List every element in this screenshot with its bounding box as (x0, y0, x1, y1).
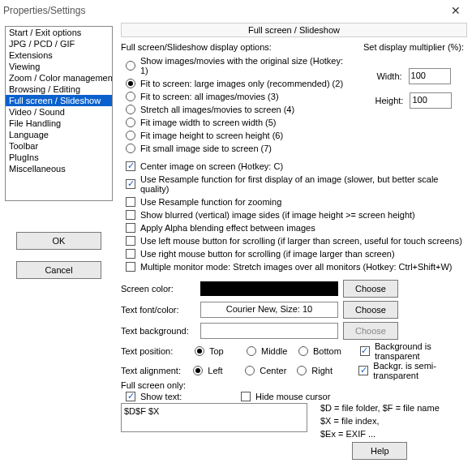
radio-fit-height[interactable] (126, 131, 135, 140)
check-bg-semi[interactable] (358, 366, 368, 375)
width-label: Width: (376, 71, 401, 81)
radio-pos-middle[interactable] (247, 346, 256, 356)
text-bg-swatch (200, 323, 338, 339)
display-options-label: Full screen/Slideshow display options: (121, 42, 352, 52)
radio-pos-bottom[interactable] (298, 346, 308, 356)
choose-screen-color-button[interactable]: Choose (343, 280, 398, 298)
page-title: Full screen / Slideshow (121, 23, 467, 37)
radio-align-left[interactable] (193, 366, 203, 375)
radio-fit-large[interactable] (126, 79, 135, 88)
legend-line: $D = file folder, $F = file name (320, 403, 440, 413)
text-bg-label: Text background: (121, 326, 195, 336)
check-blurred[interactable] (126, 210, 135, 220)
choose-font-button[interactable]: Choose (343, 301, 398, 319)
category-item[interactable]: PlugIns (6, 152, 112, 163)
category-item[interactable]: File Handling (6, 118, 112, 129)
screen-color-label: Screen color: (121, 284, 195, 294)
legend-line: $Ex = EXIF ... (320, 429, 440, 439)
category-item-selected[interactable]: Full screen / Slideshow (6, 95, 112, 106)
category-item[interactable]: Zoom / Color management (6, 72, 112, 84)
check-multimon[interactable] (126, 262, 135, 272)
radio-fit-all[interactable] (126, 92, 135, 101)
multiplier-label: Set display multiplier (%): (360, 42, 467, 52)
category-list[interactable]: Start / Exit options JPG / PCD / GIF Ext… (5, 26, 113, 201)
check-bg-transparent[interactable] (360, 346, 370, 356)
category-item[interactable]: Language (6, 129, 112, 140)
category-item[interactable]: Miscellaneous (6, 163, 112, 174)
help-button[interactable]: Help (352, 442, 407, 460)
window-title: Properties/Settings (3, 5, 85, 16)
cancel-button[interactable]: Cancel (16, 261, 101, 279)
radio-align-center[interactable] (245, 366, 255, 375)
category-item[interactable]: Toolbar (6, 140, 112, 152)
font-display: Courier New, Size: 10 (200, 302, 338, 318)
font-color-label: Text font/color: (121, 305, 195, 315)
height-label: Height: (375, 96, 404, 105)
legend-line: $X = file index, (320, 416, 440, 426)
close-icon[interactable]: ✕ (440, 0, 472, 21)
overlay-text-input[interactable] (121, 403, 307, 432)
check-alpha[interactable] (126, 223, 135, 233)
radio-stretch[interactable] (126, 105, 135, 114)
ok-button[interactable]: OK (16, 232, 101, 250)
category-item[interactable]: Start / Exit options (6, 27, 112, 38)
full-screen-only-label: Full screen only: (121, 380, 467, 390)
check-center[interactable] (126, 161, 135, 171)
category-item[interactable]: JPG / PCD / GIF (6, 38, 112, 49)
radio-fit-width[interactable] (126, 118, 135, 127)
radio-pos-top[interactable] (195, 346, 204, 356)
check-hide-cursor[interactable] (241, 392, 251, 401)
radio-align-right[interactable] (297, 366, 307, 375)
radio-original-size[interactable] (126, 61, 135, 71)
check-rmouse[interactable] (126, 249, 135, 259)
check-resample-zoom[interactable] (126, 197, 135, 207)
radio-fit-small-side[interactable] (126, 144, 135, 153)
check-show-text[interactable] (126, 392, 135, 401)
text-position-label: Text position: (121, 346, 188, 356)
category-item[interactable]: Video / Sound (6, 106, 112, 118)
height-input[interactable]: 100 (410, 92, 452, 109)
check-lmouse[interactable] (126, 236, 135, 246)
category-item[interactable]: Extensions (6, 49, 112, 61)
screen-color-swatch (200, 281, 338, 296)
category-item[interactable]: Browsing / Editing (6, 84, 112, 95)
category-item[interactable]: Viewing (6, 61, 112, 72)
check-resample-first[interactable] (126, 179, 135, 189)
choose-text-bg-button: Choose (343, 322, 398, 340)
text-alignment-label: Text alignment: (121, 366, 187, 375)
width-input[interactable]: 100 (409, 68, 451, 84)
